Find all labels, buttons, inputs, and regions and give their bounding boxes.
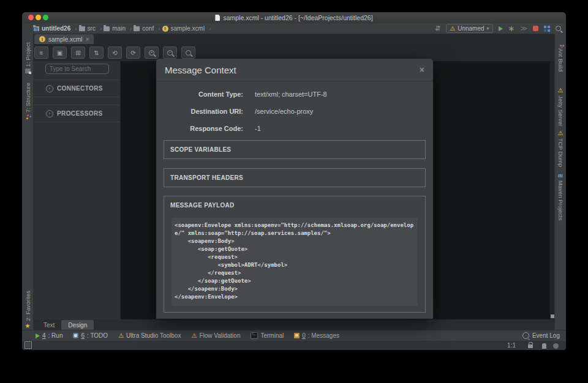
event-log-icon: [522, 332, 529, 339]
payload-code-block: <soapenv:Envelope xmlns:soapenv="http://…: [172, 218, 418, 306]
breadcrumb-item-conf[interactable]: conf›: [134, 25, 160, 32]
flow-validation-icon: ⚠: [191, 333, 197, 339]
project-folder-icon: [33, 26, 39, 31]
field-destination-uri: Destination URI: /service/echo-proxy: [156, 108, 433, 115]
tab-sample-xcml[interactable]: I sample.xcml ×: [34, 34, 94, 44]
find-button[interactable]: [181, 46, 195, 59]
window-title: sample.xcml - untitled26 - [~/IdeaProjec…: [22, 12, 566, 23]
zoom-in-button[interactable]: +: [145, 46, 159, 59]
folder-icon: [134, 26, 140, 31]
status-bar: 1:1: [22, 341, 566, 350]
breadcrumb: untitled26› src› main› conf› I sample.xc…: [22, 23, 566, 34]
breadcrumb-item-file[interactable]: I sample.xcml›: [162, 25, 211, 32]
breadcrumb-item-src[interactable]: src›: [79, 25, 102, 32]
breadcrumb-item-untitled26[interactable]: untitled26›: [33, 25, 77, 32]
menu-button[interactable]: ≡: [34, 46, 48, 59]
todo-tool-window-button[interactable]: 6: TODO: [73, 332, 108, 339]
field-content-type: Content Type: text/xml; charset=UTF-8: [156, 91, 433, 98]
ant-build-icon: [560, 45, 562, 46]
xcml-file-icon: I: [162, 26, 168, 32]
coverage-button[interactable]: ≫: [520, 25, 527, 32]
section-scope-variables[interactable]: SCOPE VARIABLES: [164, 140, 426, 159]
expand-icon: ›: [46, 110, 53, 117]
panel-view-button[interactable]: ▣: [53, 46, 67, 59]
palette-section-processors[interactable]: › PROCESSORS: [33, 105, 120, 122]
run-tool-window-button[interactable]: 4: Run: [36, 332, 62, 339]
sidebar-item-tcp-dump[interactable]: ⚠ TCP Dump: [555, 130, 566, 167]
event-log-button[interactable]: Event Log: [522, 332, 560, 339]
sidebar-item-favorites[interactable]: 2: Favorites ★: [22, 291, 33, 329]
terminal-tool-window-button[interactable]: Terminal: [251, 332, 284, 339]
messages-tool-window-button[interactable]: 0: Messages: [294, 332, 339, 339]
dialog-title: Message Context: [165, 65, 420, 75]
run-configuration-select[interactable]: ⚠ Unnamed ▾: [446, 24, 492, 33]
inspection-profile-icon[interactable]: [542, 343, 546, 349]
maven-icon: m: [558, 172, 563, 179]
jetty-server-icon: ⚠: [558, 87, 564, 94]
refresh-button[interactable]: ⟳: [126, 46, 140, 59]
sidebar-item-structure[interactable]: 7: Structure: [22, 83, 33, 116]
terminal-icon: [251, 332, 258, 339]
section-message-payload[interactable]: MESSAGE PAYLOAD <soapenv:Envelope xmlns:…: [164, 196, 426, 313]
tool-window-bar: 4: Run 6: TODO ⚠ Ultra Studio Toolbox ⚠ …: [22, 330, 566, 341]
expand-icon: ›: [46, 85, 53, 92]
run-icon: [36, 333, 40, 338]
close-dialog-icon[interactable]: ×: [420, 65, 424, 75]
ultra-studio-toolbox-button[interactable]: ⚠ Ultra Studio Toolbox: [118, 332, 181, 339]
left-tool-stripe: 1: Project 7: Structure 2: Favorites ★: [22, 34, 34, 330]
breadcrumb-item-main[interactable]: main›: [104, 25, 132, 32]
zoom-out-button[interactable]: −: [163, 46, 177, 59]
ultra-studio-icon: ⚠: [118, 333, 124, 339]
palette-panel: › CONNECTORS › PROCESSORS: [33, 61, 121, 319]
section-transport-headers[interactable]: TRANSPORT HEADERS: [164, 168, 426, 187]
debug-button[interactable]: ∗: [508, 24, 515, 32]
editor-tab-strip: I sample.xcml ×: [33, 34, 555, 45]
stop-button[interactable]: [533, 26, 538, 31]
tab-design[interactable]: Design: [61, 320, 94, 330]
payload-xml: <soapenv:Envelope xmlns:soapenv="http://…: [175, 221, 415, 301]
chevron-down-icon: ▾: [487, 26, 489, 31]
xcml-file-icon: I: [39, 36, 45, 42]
palette-search-input[interactable]: [45, 64, 109, 74]
mac-titlebar: sample.xcml - untitled26 - [~/IdeaProjec…: [22, 12, 566, 24]
field-response-code: Response Code: -1: [156, 125, 433, 132]
todo-icon: [73, 333, 78, 338]
toggle-toolwindow-bars-button[interactable]: [24, 341, 32, 349]
close-tab-icon[interactable]: ×: [86, 36, 89, 43]
settings-sync-icon[interactable]: ⇵: [435, 25, 440, 32]
message-context-dialog: Message Context × Content Type: text/xml…: [156, 59, 433, 319]
tool-windows-grid-icon[interactable]: [544, 26, 546, 28]
flow-validation-button[interactable]: ⚠ Flow Validation: [191, 332, 240, 339]
caret-position[interactable]: 1:1: [507, 342, 516, 349]
structure-tool-icon: [27, 114, 29, 116]
folder-icon: [104, 26, 110, 31]
search-everywhere-icon[interactable]: [556, 26, 561, 31]
grid-view-button[interactable]: ⊞: [71, 46, 85, 59]
sidebar-item-ant-build[interactable]: Ant Build: [555, 45, 566, 72]
sidebar-item-jetty-server[interactable]: ⚠ Jetty Server: [555, 87, 566, 127]
editor-mode-tabs: Text Design: [33, 319, 555, 330]
folder-icon: [79, 26, 85, 31]
sidebar-item-project[interactable]: 1: Project: [22, 42, 33, 73]
align-button[interactable]: ⇅: [89, 46, 104, 59]
ide-window: sample.xcml - untitled26 - [~/IdeaProjec…: [22, 12, 566, 350]
write-lock-icon[interactable]: [528, 344, 533, 348]
messages-icon: [294, 333, 300, 338]
document-icon: [215, 15, 220, 21]
right-tool-stripe: Ant Build ⚠ Jetty Server ⚠ TCP Dump m Ma…: [554, 34, 566, 330]
project-tool-icon: [25, 69, 31, 73]
dialog-header: Message Context ×: [156, 59, 433, 81]
tcp-dump-icon: ⚠: [558, 130, 564, 136]
tab-text[interactable]: Text: [37, 320, 61, 330]
sidebar-item-maven-projects[interactable]: m Maven Projects: [555, 172, 566, 220]
favorites-star-icon: ★: [25, 323, 31, 329]
run-button[interactable]: [499, 26, 503, 31]
run-config-icon: ⚠: [450, 26, 455, 32]
cleanup-button[interactable]: ⟲: [108, 46, 122, 59]
background-tasks-icon[interactable]: [553, 343, 559, 349]
palette-section-connectors[interactable]: › CONNECTORS: [33, 80, 120, 97]
